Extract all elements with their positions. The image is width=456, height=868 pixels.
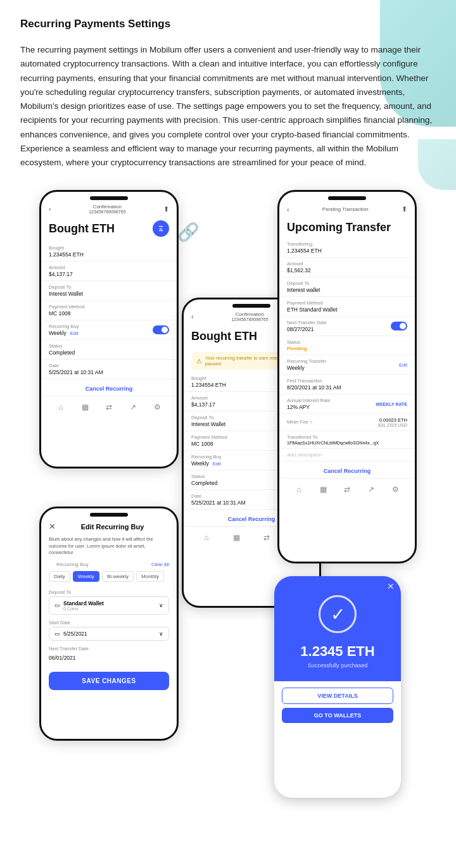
cancel-recurring-1[interactable]: Cancel Recurring xyxy=(41,379,177,396)
view-details-button[interactable]: VIEW DETAILS xyxy=(282,688,393,704)
phone3-header-title: Confirmation 123456789098765 xyxy=(231,311,268,322)
nav-transfer-4[interactable]: ⇄ xyxy=(341,484,353,495)
success-bottom: VIEW DETAILS GO TO WALLETS xyxy=(274,681,401,729)
back-arrow-3[interactable]: ‹ xyxy=(191,313,194,320)
phone4-header: ‹ Pending Transaction ⬆ xyxy=(279,200,415,218)
phone1-deposit-row: Deposit To Interest Wallet xyxy=(41,281,177,301)
save-changes-button[interactable]: SAVE CHANGES xyxy=(49,672,169,690)
close-success-icon[interactable]: ✕ xyxy=(387,581,395,591)
phone1-header-title: Confirmation 123456789098765 xyxy=(89,204,125,214)
edit-link-3[interactable]: Edit xyxy=(213,461,221,467)
go-wallets-button[interactable]: GO TO WALLETS xyxy=(282,708,393,723)
freq-daily[interactable]: Daily xyxy=(49,571,70,582)
phone4-transferred-to-row: Transferred To 1FftAazSx1HUXrCNLbtMDqcw6… xyxy=(279,431,415,449)
warning-icon-3: ⚠ xyxy=(196,358,202,365)
chevron-down-icon: ∨ xyxy=(159,602,163,608)
nav-chart-4[interactable]: ↗ xyxy=(365,484,377,495)
phone1-payment-row: Payment Method MC 1008 xyxy=(41,301,177,320)
phone1-header: ‹ Confirmation 123456789098765 ⬆ xyxy=(41,200,177,218)
chevron-down-icon-2: ∨ xyxy=(159,631,163,637)
phone1-title: Bought ETH xyxy=(49,222,115,236)
back-arrow-4[interactable]: ‹ xyxy=(287,206,289,213)
phone4-bottom-nav: ⌂ ▦ ⇄ ↗ ⚙ xyxy=(279,478,415,498)
recurring-header-row: Recurring Buy Clear All xyxy=(41,562,177,571)
next-transfer-group: Next Transfer Date 06/01/2021 xyxy=(41,643,177,665)
edit-title-2: Edit Recurring Buy xyxy=(81,523,144,531)
phone4-annual-row: Annual Interest Rate 12% APY WEEKLY RATE xyxy=(279,394,415,414)
phones-section: 🔗 ‹ Confirmation 123456789098765 ⬆ Bough… xyxy=(20,190,436,823)
phone4-miner-row: Miner Fee ? 0.00023 ETH $31.2315 USD xyxy=(279,414,415,431)
phone4-deposit-row: Deposit To Interest wallet xyxy=(279,277,415,297)
edit-link-4[interactable]: Edit xyxy=(399,362,407,368)
nav-card-4[interactable]: ▦ xyxy=(317,484,329,495)
next-transfer-toggle-4[interactable] xyxy=(391,322,407,330)
phone4-status-row: Status Pending xyxy=(279,336,415,355)
nav-home-1[interactable]: ⌂ xyxy=(55,401,66,413)
success-background: ✓ 1.2345 ETH Successfully purchased xyxy=(274,576,401,681)
phone4-recurring-row: Recurring Transfer Weekly Edit xyxy=(279,355,415,375)
nav-transfer-1[interactable]: ⇄ xyxy=(103,401,115,413)
freq-weekly[interactable]: Weekly xyxy=(73,571,99,582)
edit-blurb-2: Blurb about any changes and how it will … xyxy=(41,536,177,562)
success-sub-text: Successfully purchased xyxy=(287,662,388,669)
calendar-icon: ▭ xyxy=(54,631,60,637)
freq-biweekly[interactable]: Bi-weekly xyxy=(102,571,134,582)
phone1-status-row: Status Completed xyxy=(41,340,177,360)
success-check-icon: ✓ xyxy=(319,595,357,633)
deposit-to-input[interactable]: ▭ Standard Wallet 0 Coins ∨ xyxy=(49,596,169,615)
phone1-bought-row: Bought 1.234554 ETH xyxy=(41,242,177,261)
phone1-bottom-nav: ⌂ ▦ ⇄ ↗ ⚙ xyxy=(41,396,177,415)
phone4-title: Upcoming Transfer xyxy=(279,218,415,238)
phone4-description-row: Add description xyxy=(279,449,415,462)
phone1-recurring-row: Recurring Buy Weekly Edit xyxy=(41,320,177,340)
phone1-amount-row: Amount $4,137.17 xyxy=(41,261,177,281)
wallet-icon: ▭ xyxy=(54,602,60,608)
nav-chart-1[interactable]: ↗ xyxy=(127,401,139,413)
phone-edit-recurring: ✕ Edit Recurring Buy Blurb about any cha… xyxy=(39,506,179,741)
nav-card-1[interactable]: ▦ xyxy=(79,401,91,413)
edit-link-1[interactable]: Edit xyxy=(70,330,79,336)
phone4-amount-row: Amount $1,562.32 xyxy=(279,258,415,277)
eth-icon-1: Ξ xyxy=(153,220,169,237)
phone1-title-row: Bought ETH Ξ xyxy=(41,218,177,242)
recurring-toggle-1[interactable] xyxy=(153,325,169,334)
nav-settings-4[interactable]: ⚙ xyxy=(390,484,401,495)
deposit-to-group: Deposit To ▭ Standard Wallet 0 Coins ∨ xyxy=(41,587,177,617)
frequency-buttons: Daily Weekly Bi-weekly Monthly xyxy=(41,571,177,587)
phone4-payment-row: Payment Method ETH Standard Wallet xyxy=(279,297,415,317)
start-date-input[interactable]: ▭ 5/25/2021 ∨ xyxy=(49,627,169,641)
clear-all-link[interactable]: Clear All xyxy=(151,562,169,570)
start-date-group: Start Date ▭ 5/25/2021 ∨ xyxy=(41,617,177,643)
page-description: The recurring payment settings in Mobilu… xyxy=(20,43,436,170)
nav-home-3[interactable]: ⌂ xyxy=(201,532,212,543)
phone3-title: Bought ETH xyxy=(191,330,257,343)
phone2-header: ✕ Edit Recurring Buy xyxy=(41,517,177,536)
nav-home-4[interactable]: ⌂ xyxy=(293,484,305,495)
page-title: Recurring Payments Settings xyxy=(20,18,436,30)
phone-pending-transaction: ‹ Pending Transaction ⬆ Upcoming Transfe… xyxy=(277,190,417,563)
share-icon-1[interactable]: ⬆ xyxy=(163,205,169,213)
phone4-next-transfer-row: Next Transfer Date 08/27/2021 xyxy=(279,317,415,336)
phone1-date-row: Date 5/25/2021 at 10:31 AM xyxy=(41,360,177,379)
cancel-recurring-4[interactable]: Cancel Recurring xyxy=(279,462,415,478)
nav-card-3[interactable]: ▦ xyxy=(231,532,242,543)
phone4-transferring-row: Transferring 1.234554 ETH xyxy=(279,238,415,258)
nav-transfer-3[interactable]: ⇄ xyxy=(261,532,272,543)
phone-success: ✕ ✓ 1.2345 ETH Successfully purchased VI… xyxy=(274,576,401,798)
phone-confirmation-1: ‹ Confirmation 123456789098765 ⬆ Bought … xyxy=(39,190,179,469)
nav-settings-1[interactable]: ⚙ xyxy=(151,401,163,413)
link-decoration-icon: 🔗 xyxy=(177,222,200,242)
share-icon-4[interactable]: ⬆ xyxy=(402,205,407,213)
freq-monthly[interactable]: Monthly xyxy=(136,571,164,582)
miner-help-icon[interactable]: ? xyxy=(310,420,312,425)
close-button-2[interactable]: ✕ xyxy=(49,522,56,531)
phone4-first-tx-row: First Transaction 8/20/2021 at 10:31 AM xyxy=(279,375,415,394)
success-amount: 1.2345 ETH xyxy=(287,643,388,660)
back-arrow-1[interactable]: ‹ xyxy=(49,205,51,213)
